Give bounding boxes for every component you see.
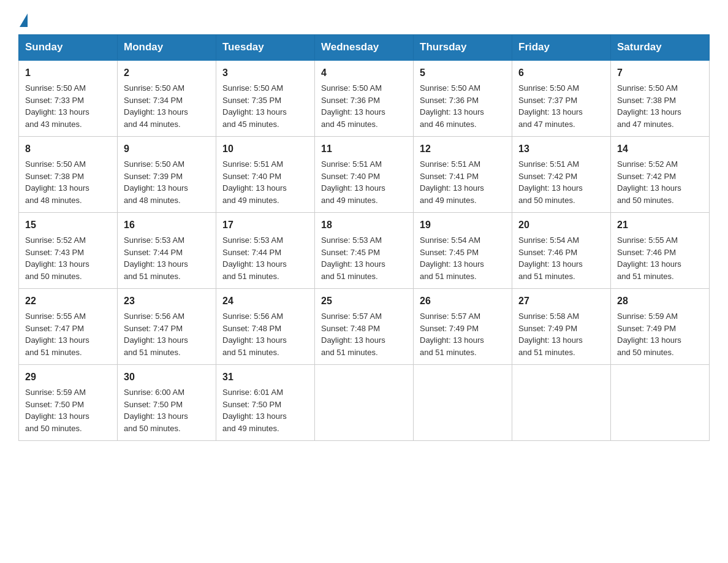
day-info: Sunrise: 5:51 AMSunset: 7:42 PMDaylight:… <box>518 158 604 206</box>
day-info: Sunrise: 5:53 AMSunset: 7:44 PMDaylight:… <box>222 234 308 282</box>
day-number: 16 <box>124 218 210 232</box>
calendar-cell: 5Sunrise: 5:50 AMSunset: 7:36 PMDaylight… <box>414 60 512 137</box>
day-number: 23 <box>124 294 210 308</box>
calendar-cell: 15Sunrise: 5:52 AMSunset: 7:43 PMDayligh… <box>19 213 118 289</box>
day-number: 17 <box>222 218 308 232</box>
day-number: 9 <box>124 142 210 156</box>
day-number: 1 <box>25 66 111 80</box>
day-info: Sunrise: 5:50 AMSunset: 7:36 PMDaylight:… <box>321 82 407 130</box>
day-number: 27 <box>518 294 604 308</box>
calendar-cell: 6Sunrise: 5:50 AMSunset: 7:37 PMDaylight… <box>512 60 611 137</box>
day-info: Sunrise: 5:57 AMSunset: 7:49 PMDaylight:… <box>420 310 506 358</box>
day-number: 8 <box>25 142 111 156</box>
calendar-header-row: SundayMondayTuesdayWednesdayThursdayFrid… <box>19 35 710 61</box>
day-number: 30 <box>124 370 210 385</box>
day-number: 15 <box>25 218 111 232</box>
calendar-cell: 12Sunrise: 5:51 AMSunset: 7:41 PMDayligh… <box>414 137 512 213</box>
day-info: Sunrise: 6:00 AMSunset: 7:50 PMDaylight:… <box>124 386 210 434</box>
day-number: 14 <box>617 142 703 156</box>
day-info: Sunrise: 5:53 AMSunset: 7:44 PMDaylight:… <box>124 234 210 282</box>
calendar-cell: 10Sunrise: 5:51 AMSunset: 7:40 PMDayligh… <box>216 137 315 213</box>
day-info: Sunrise: 6:01 AMSunset: 7:50 PMDaylight:… <box>222 386 308 434</box>
header-thursday: Thursday <box>414 35 512 61</box>
calendar-cell <box>611 365 710 441</box>
day-info: Sunrise: 5:56 AMSunset: 7:47 PMDaylight:… <box>124 310 210 358</box>
calendar-week-row: 1Sunrise: 5:50 AMSunset: 7:33 PMDaylight… <box>19 60 710 137</box>
day-number: 6 <box>518 66 604 80</box>
day-number: 13 <box>518 142 604 156</box>
day-number: 25 <box>321 294 407 308</box>
day-info: Sunrise: 5:51 AMSunset: 7:40 PMDaylight:… <box>321 158 407 206</box>
day-number: 11 <box>321 142 407 156</box>
calendar-cell: 18Sunrise: 5:53 AMSunset: 7:45 PMDayligh… <box>315 213 414 289</box>
header-friday: Friday <box>512 35 611 61</box>
day-info: Sunrise: 5:50 AMSunset: 7:33 PMDaylight:… <box>25 82 111 130</box>
calendar-week-row: 22Sunrise: 5:55 AMSunset: 7:47 PMDayligh… <box>19 289 710 365</box>
calendar-cell <box>512 365 611 441</box>
day-number: 31 <box>222 370 308 385</box>
calendar-cell: 30Sunrise: 6:00 AMSunset: 7:50 PMDayligh… <box>118 365 216 441</box>
header-monday: Monday <box>118 35 216 61</box>
day-info: Sunrise: 5:55 AMSunset: 7:47 PMDaylight:… <box>25 310 111 358</box>
calendar-cell: 31Sunrise: 6:01 AMSunset: 7:50 PMDayligh… <box>216 365 315 441</box>
calendar-cell: 14Sunrise: 5:52 AMSunset: 7:42 PMDayligh… <box>611 137 710 213</box>
day-info: Sunrise: 5:52 AMSunset: 7:42 PMDaylight:… <box>617 158 703 206</box>
day-info: Sunrise: 5:51 AMSunset: 7:41 PMDaylight:… <box>420 158 506 206</box>
day-info: Sunrise: 5:50 AMSunset: 7:34 PMDaylight:… <box>124 82 210 130</box>
calendar-cell: 8Sunrise: 5:50 AMSunset: 7:38 PMDaylight… <box>19 137 118 213</box>
day-info: Sunrise: 5:50 AMSunset: 7:38 PMDaylight:… <box>617 82 703 130</box>
day-info: Sunrise: 5:55 AMSunset: 7:46 PMDaylight:… <box>617 234 703 282</box>
calendar-cell: 16Sunrise: 5:53 AMSunset: 7:44 PMDayligh… <box>118 213 216 289</box>
calendar-cell: 19Sunrise: 5:54 AMSunset: 7:45 PMDayligh… <box>414 213 512 289</box>
calendar-week-row: 15Sunrise: 5:52 AMSunset: 7:43 PMDayligh… <box>19 213 710 289</box>
calendar-cell: 17Sunrise: 5:53 AMSunset: 7:44 PMDayligh… <box>216 213 315 289</box>
calendar-cell: 3Sunrise: 5:50 AMSunset: 7:35 PMDaylight… <box>216 60 315 137</box>
day-number: 20 <box>518 218 604 232</box>
day-info: Sunrise: 5:51 AMSunset: 7:40 PMDaylight:… <box>222 158 308 206</box>
calendar-week-row: 29Sunrise: 5:59 AMSunset: 7:50 PMDayligh… <box>19 365 710 441</box>
day-info: Sunrise: 5:57 AMSunset: 7:48 PMDaylight:… <box>321 310 407 358</box>
calendar-cell: 20Sunrise: 5:54 AMSunset: 7:46 PMDayligh… <box>512 213 611 289</box>
calendar-cell: 11Sunrise: 5:51 AMSunset: 7:40 PMDayligh… <box>315 137 414 213</box>
calendar-cell: 13Sunrise: 5:51 AMSunset: 7:42 PMDayligh… <box>512 137 611 213</box>
calendar-cell: 26Sunrise: 5:57 AMSunset: 7:49 PMDayligh… <box>414 289 512 365</box>
calendar-cell <box>414 365 512 441</box>
day-info: Sunrise: 5:53 AMSunset: 7:45 PMDaylight:… <box>321 234 407 282</box>
day-info: Sunrise: 5:56 AMSunset: 7:48 PMDaylight:… <box>222 310 308 358</box>
calendar-cell: 7Sunrise: 5:50 AMSunset: 7:38 PMDaylight… <box>611 60 710 137</box>
calendar-cell: 29Sunrise: 5:59 AMSunset: 7:50 PMDayligh… <box>19 365 118 441</box>
calendar-cell: 28Sunrise: 5:59 AMSunset: 7:49 PMDayligh… <box>611 289 710 365</box>
calendar-cell: 22Sunrise: 5:55 AMSunset: 7:47 PMDayligh… <box>19 289 118 365</box>
day-number: 18 <box>321 218 407 232</box>
day-info: Sunrise: 5:54 AMSunset: 7:45 PMDaylight:… <box>420 234 506 282</box>
logo-text <box>18 12 29 26</box>
day-number: 28 <box>617 294 703 308</box>
calendar-cell: 23Sunrise: 5:56 AMSunset: 7:47 PMDayligh… <box>118 289 216 365</box>
calendar-cell: 25Sunrise: 5:57 AMSunset: 7:48 PMDayligh… <box>315 289 414 365</box>
calendar-cell: 9Sunrise: 5:50 AMSunset: 7:39 PMDaylight… <box>118 137 216 213</box>
day-number: 19 <box>420 218 506 232</box>
day-number: 22 <box>25 294 111 308</box>
day-number: 12 <box>420 142 506 156</box>
header-wednesday: Wednesday <box>315 35 414 61</box>
day-number: 2 <box>124 66 210 80</box>
header-saturday: Saturday <box>611 35 710 61</box>
day-info: Sunrise: 5:50 AMSunset: 7:39 PMDaylight:… <box>124 158 210 206</box>
logo <box>18 12 29 23</box>
calendar-cell <box>315 365 414 441</box>
header <box>18 12 710 23</box>
calendar-cell: 2Sunrise: 5:50 AMSunset: 7:34 PMDaylight… <box>118 60 216 137</box>
day-number: 26 <box>420 294 506 308</box>
day-number: 29 <box>25 370 111 385</box>
day-info: Sunrise: 5:58 AMSunset: 7:49 PMDaylight:… <box>518 310 604 358</box>
day-info: Sunrise: 5:54 AMSunset: 7:46 PMDaylight:… <box>518 234 604 282</box>
calendar-table: SundayMondayTuesdayWednesdayThursdayFrid… <box>18 34 710 441</box>
day-number: 21 <box>617 218 703 232</box>
day-number: 3 <box>222 66 308 80</box>
day-info: Sunrise: 5:50 AMSunset: 7:38 PMDaylight:… <box>25 158 111 206</box>
day-info: Sunrise: 5:50 AMSunset: 7:35 PMDaylight:… <box>222 82 308 130</box>
calendar-cell: 24Sunrise: 5:56 AMSunset: 7:48 PMDayligh… <box>216 289 315 365</box>
calendar-week-row: 8Sunrise: 5:50 AMSunset: 7:38 PMDaylight… <box>19 137 710 213</box>
header-sunday: Sunday <box>19 35 118 61</box>
calendar-cell: 1Sunrise: 5:50 AMSunset: 7:33 PMDaylight… <box>19 60 118 137</box>
